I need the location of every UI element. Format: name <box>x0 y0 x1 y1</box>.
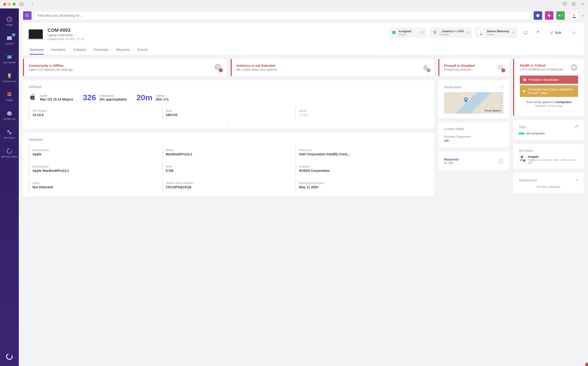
software-card: Software Apple Mac OS 10.14 Mojave 326 <box>23 80 434 129</box>
install-count: 326 <box>83 93 96 102</box>
attachments-card: Attachments + No files uploaded <box>513 173 584 193</box>
traffic-lights <box>3 3 15 6</box>
clock-icon: ✕ <box>214 63 222 72</box>
tab-summary[interactable]: Summary <box>30 46 44 55</box>
sidebar-label-contracts: CONTRACTS <box>3 80 16 83</box>
svg-point-35 <box>465 99 467 100</box>
hw-field: GraphicsNVIDIA Corporation <box>295 162 429 175</box>
sidebar-item-contracts[interactable]: CONTRACTS <box>0 68 19 87</box>
geolocation-card: Geolocation Puerto Madero <box>439 80 509 118</box>
svg-point-16 <box>7 149 12 153</box>
sidebar-item-cmdb[interactable]: CMDB <box>0 87 19 106</box>
hw-field: ProcessorIntel Corporation Intel(R) Core… <box>295 146 429 159</box>
sidebar-item-service-desk[interactable]: SERVICE DESK <box>0 144 19 162</box>
svg-rect-0 <box>20 3 23 6</box>
user-avatar[interactable] <box>570 11 578 20</box>
user-icon <box>519 155 525 162</box>
edit-button[interactable]: Edit <box>546 28 566 38</box>
svg-rect-5 <box>7 39 12 40</box>
map-thumbnail[interactable]: Puerto Madero <box>444 92 503 114</box>
asset-name: Laptop COM-0003 <box>47 33 84 37</box>
edit-icon[interactable] <box>466 31 469 35</box>
download-icon[interactable] <box>563 2 567 7</box>
location-icon <box>432 30 437 36</box>
status-chip[interactable]: AssignedStatus <box>389 28 427 38</box>
edit-icon[interactable] <box>421 31 424 35</box>
health-rule: Rule being applied is Computers <box>520 100 578 104</box>
tab-financials[interactable]: Financials <box>94 46 108 55</box>
search-input[interactable] <box>34 11 531 20</box>
custom-fields-card: Custom fields Business Department HR <box>439 122 509 147</box>
add-button[interactable]: ▾ <box>556 11 565 20</box>
expand-icon[interactable] <box>500 85 503 89</box>
svg-point-30 <box>481 31 482 33</box>
tags-button[interactable] <box>545 11 553 20</box>
share-icon[interactable] <box>572 2 576 7</box>
alert-connectivity: Connectivity is Offline Agent 3.5.0 repo… <box>23 59 226 76</box>
hw-field: RAM8 GB <box>162 162 295 175</box>
svg-rect-40 <box>524 92 524 92</box>
svg-point-10 <box>7 92 11 94</box>
sidebar-label-other-cis: OTHER CIs <box>3 118 15 120</box>
hw-field: ManufacturerApple <box>29 146 162 159</box>
minimize-window-button[interactable] <box>8 3 11 6</box>
location-chip[interactable]: …America > LATALocation <box>430 28 472 38</box>
sidebar-item-other-cis[interactable]: OTHER CIs <box>0 106 19 125</box>
uptime: 20m <box>136 93 152 102</box>
svg-rect-39 <box>524 90 524 91</box>
sidebar-item-home[interactable]: HOME <box>0 12 19 30</box>
svg-point-8 <box>9 56 9 56</box>
search-button[interactable] <box>23 11 31 20</box>
svg-point-18 <box>12 355 12 356</box>
sidebar-label-assets: ASSETS <box>5 43 14 45</box>
geo-heading: Geolocation <box>444 85 462 89</box>
svg-rect-27 <box>574 15 575 16</box>
alert-antivirus: Antivirus is not Detected We couldn't de… <box>231 59 434 76</box>
requests-card[interactable]: Requests By type 0 <box>439 152 509 170</box>
sidebar-item-settings[interactable]: SETTINGS <box>0 125 19 144</box>
health-banner-update: Computer hasn't been updated in the last… <box>520 85 578 97</box>
brand-logo <box>5 348 13 366</box>
alert-firewall: Firewall is Disabled Firewall was detect… <box>439 59 509 76</box>
app-sidebar: HOME 5 ASSETS SOFTWARE CONTRACTS CMDB OT… <box>0 8 19 366</box>
sidebar-label-cmdb: CMDB <box>6 99 13 101</box>
new-tab-icon[interactable] <box>581 2 585 7</box>
sidebar-item-software[interactable]: SOFTWARE <box>0 49 19 68</box>
close-window-button[interactable] <box>3 3 6 6</box>
settings-action-button[interactable] <box>569 28 578 38</box>
sidebar-label-settings: SETTINGS <box>4 137 15 139</box>
add-attachment-button[interactable]: + <box>575 178 578 183</box>
sidebar-toggle-button[interactable]: ⌄ <box>20 3 27 6</box>
heartbeat-icon: ! <box>570 64 578 72</box>
status-icon <box>392 30 396 36</box>
monitor-action-button[interactable] <box>521 28 530 38</box>
maximize-window-button[interactable] <box>13 3 15 6</box>
svg-point-19 <box>12 356 13 357</box>
topbar: ▾ ▾ <box>19 8 588 23</box>
back-button[interactable]: ‹ <box>31 2 33 7</box>
sidebar-label-home: HOME <box>6 24 13 26</box>
edit-icon[interactable] <box>512 31 515 35</box>
tab-requests[interactable]: Requests <box>116 46 130 55</box>
tag-item[interactable]: all-computers <box>519 132 545 135</box>
svg-point-15 <box>10 133 11 134</box>
assets-badge: 5 <box>12 33 15 37</box>
svg-point-20 <box>12 358 13 358</box>
hardware-heading: Hardware <box>29 138 429 141</box>
expand-handle[interactable]: ▾ <box>520 110 578 113</box>
tab-activity[interactable]: Activity <box>137 46 148 55</box>
tab-software[interactable]: Software <box>73 46 86 55</box>
user-menu-caret[interactable]: ▾ <box>582 14 584 17</box>
svg-point-26 <box>573 13 575 15</box>
requests-count: 0 <box>499 156 503 166</box>
asset-header: COM-0003 Laptop COM-0003 Updated May 24 … <box>23 23 584 55</box>
alerts-button[interactable] <box>534 11 542 20</box>
svg-rect-4 <box>7 36 12 39</box>
tab-hardware[interactable]: Hardware <box>51 46 66 55</box>
expand-handle[interactable]: ▴ <box>29 122 429 124</box>
flag-action-button[interactable] <box>533 28 543 38</box>
edit-icon[interactable] <box>575 125 578 129</box>
sidebar-item-assets[interactable]: 5 ASSETS <box>0 30 19 49</box>
asset-type-icon <box>29 30 43 39</box>
owner-chip[interactable]: Steven MahoneyOwner <box>475 28 517 38</box>
